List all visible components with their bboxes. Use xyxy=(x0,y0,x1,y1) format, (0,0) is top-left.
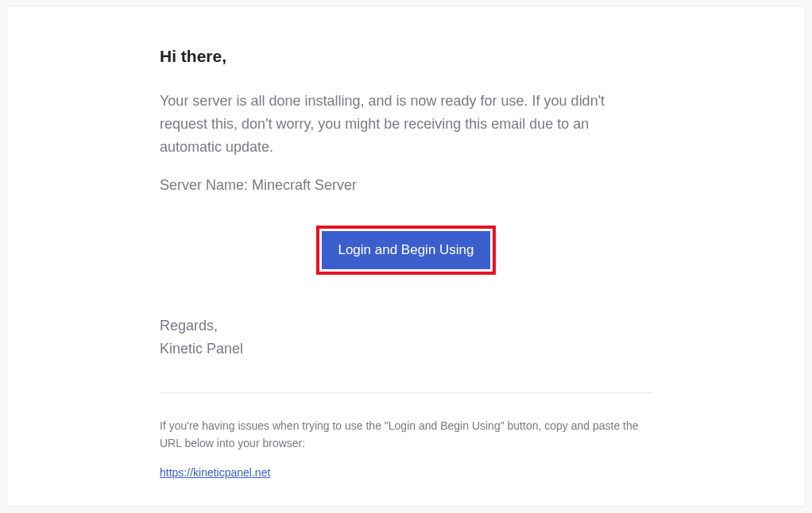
server-name-text: Server Name: Minecraft Server xyxy=(160,177,652,194)
greeting-heading: Hi there, xyxy=(160,47,652,66)
footer-url-link[interactable]: https://kineticpanel.net xyxy=(160,466,270,479)
button-wrapper: Login and Begin Using xyxy=(160,226,652,275)
signoff-name: Kinetic Panel xyxy=(160,341,243,357)
footer-help-text: If you're having issues when trying to u… xyxy=(160,417,652,453)
signoff: Regards, Kinetic Panel xyxy=(160,314,652,361)
email-container: Hi there, Your server is all done instal… xyxy=(6,6,806,507)
email-inner: Hi there, Your server is all done instal… xyxy=(160,47,652,480)
login-button[interactable]: Login and Begin Using xyxy=(322,231,489,269)
divider xyxy=(160,392,652,393)
body-text: Your server is all done installing, and … xyxy=(160,90,652,158)
highlight-box: Login and Begin Using xyxy=(316,226,495,275)
signoff-regards: Regards, xyxy=(160,318,218,334)
